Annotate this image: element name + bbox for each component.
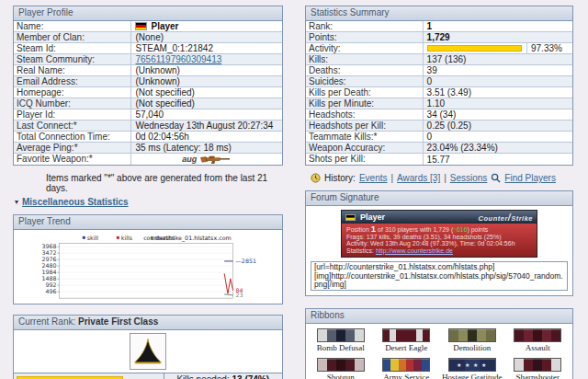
row-value: (None) xyxy=(131,32,282,42)
history-link-sessions[interactable]: Sessions xyxy=(450,173,488,183)
row-label: Player Id: xyxy=(14,109,131,120)
row-value: (Not specified) xyxy=(131,98,282,109)
left-column: Player Profile Name:PlayerMember of Clan… xyxy=(13,6,283,379)
disclosure-triangle-icon: ▾ xyxy=(15,198,18,206)
svg-text:counterstrike_01.hlstatsx.com: counterstrike_01.hlstatsx.com xyxy=(143,235,232,242)
signature-line2: Frags: 137 kills, 39 deaths (3.51), 34 h… xyxy=(346,234,532,241)
row-label: Shots per Kill: xyxy=(306,154,424,165)
forum-signature-title: Forum Signature xyxy=(306,191,572,206)
row-value: 0.25 (0.25) xyxy=(424,121,572,131)
row-label: Steam Community: xyxy=(14,54,131,64)
history-link-awards-3-[interactable]: Awards [3] xyxy=(397,173,440,183)
ribbon-item: Sharpshooter xyxy=(505,358,571,379)
svg-text:1984: 1984 xyxy=(41,269,56,275)
stats-row: Kills per Minute:1.10 xyxy=(306,98,572,109)
row-value: 137 (136) xyxy=(424,54,572,64)
activity-bar xyxy=(427,45,526,52)
stats-row: Suicides:0 xyxy=(306,76,572,87)
row-label: Headshots: xyxy=(306,109,424,120)
row-label: Member of Clan: xyxy=(14,32,131,42)
ribbon-item: Assault xyxy=(505,328,571,352)
profile-row: Average Ping:*35 ms (Latency: 18 ms) xyxy=(14,143,282,154)
profile-row: Steam Id:STEAM_0:1:21842 xyxy=(14,43,282,54)
separator: | xyxy=(390,173,393,183)
stats-row: Teammate Kills:*0 xyxy=(306,132,572,143)
stats-row: Kills:137 (136) xyxy=(306,54,572,65)
svg-text:992: 992 xyxy=(45,281,56,288)
player-profile-table: Name:PlayerMember of Clan:(None)Steam Id… xyxy=(14,21,282,165)
player-profile-title: Player Profile xyxy=(14,6,282,21)
forum-signature-body: Player Counter/Strike Position 1 of 310 … xyxy=(306,206,572,295)
find-players-link[interactable]: Find Players xyxy=(504,173,556,183)
row-value: 39 xyxy=(424,65,572,75)
row-label: Points: xyxy=(306,32,424,42)
history-links-row: History: Events|Awards [3]|SessionsFind … xyxy=(311,173,573,183)
row-value: 97.33% xyxy=(424,43,572,53)
activity-percent: 97.33% xyxy=(526,43,569,53)
right-column: Statistics Summary Rank:1Points:1,729Act… xyxy=(305,6,573,379)
ribbon-image xyxy=(317,328,365,342)
stats-row: Rank:1 xyxy=(306,21,572,32)
current-rank-title: Current Rank: Private First Class xyxy=(14,316,282,330)
ribbon-label: Army Service xyxy=(383,373,429,379)
row-value: 0 xyxy=(424,132,572,142)
german-flag-icon xyxy=(135,22,147,30)
row-value: (Not specified) xyxy=(131,87,282,98)
row-label: Name: xyxy=(14,21,131,31)
svg-text:3968: 3968 xyxy=(41,243,56,249)
row-value: STEAM_0:1:21842 xyxy=(131,43,282,53)
player-trend-title: Player Trend xyxy=(14,215,282,230)
row-value: 35 ms (Latency: 18 ms) xyxy=(131,143,282,153)
rank-progress-fill xyxy=(17,376,123,379)
misc-statistics-link[interactable]: Miscellaneous Statistics xyxy=(22,197,129,207)
signature-stats-link: http://www.counterstrike.de xyxy=(376,247,453,254)
row-value: 0 xyxy=(424,76,572,86)
row-label: Favorite Weapon:* xyxy=(14,154,131,165)
ribbon-image xyxy=(514,328,561,342)
ribbon-item: Desert Eagle xyxy=(374,328,440,352)
history-link-events[interactable]: Events xyxy=(359,173,388,183)
row-label: Suicides: xyxy=(306,76,424,86)
svg-text:1488: 1488 xyxy=(41,275,56,281)
row-label: Kills per Death: xyxy=(306,87,424,98)
statistics-summary-panel: Statistics Summary Rank:1Points:1,729Act… xyxy=(305,6,573,166)
svg-text:kills: kills xyxy=(121,235,132,241)
statistics-summary-title: Statistics Summary xyxy=(306,6,572,21)
stats-row: Activity:97.33% xyxy=(306,43,572,54)
ribbon-label: Desert Eagle xyxy=(385,343,427,352)
row-value: 15.77 xyxy=(424,155,572,165)
row-value: 23.04% (23.34%) xyxy=(424,143,572,153)
page: Player Profile Name:PlayerMember of Clan… xyxy=(0,0,588,379)
signature-line1: Position 1 of 310 players with 1,729 (↑6… xyxy=(346,225,532,234)
row-label: Homepage: xyxy=(14,87,131,98)
row-label: Steam Id: xyxy=(14,43,131,53)
ribbon-image xyxy=(382,328,430,342)
bbcode-textarea[interactable]: [url=http://counterstrike_01.hlstatsx.co… xyxy=(311,261,568,291)
ribbon-image xyxy=(382,358,430,372)
row-value: 76561197960309413 xyxy=(131,54,282,64)
row-label: Kills per Minute: xyxy=(306,98,424,109)
forum-signature-panel: Forum Signature Player Counter/Strike Po… xyxy=(305,190,573,296)
ribbon-label: Sharpshooter xyxy=(516,373,560,379)
kills-needed-text: Kills needed: 13 (74%) xyxy=(164,373,282,379)
brand-counter: Counter xyxy=(479,214,508,223)
stats-row: Kills per Death:3.51 (3.49) xyxy=(306,87,572,98)
svg-text:23: 23 xyxy=(236,292,243,298)
misc-statistics-row: ▾ Miscellaneous Statistics xyxy=(15,197,283,207)
row-label: Total Connection Time: xyxy=(14,132,131,142)
profile-row: Favorite Weapon:*aug xyxy=(14,154,282,165)
kills-needed-label: Kills needed: xyxy=(176,374,229,379)
weapon-aug-icon xyxy=(200,155,232,164)
ribbons-title: Ribbons xyxy=(306,309,572,324)
row-value: 57,040 xyxy=(131,109,282,120)
activity-bar-fill xyxy=(427,45,523,52)
row-label: ICQ Number: xyxy=(14,98,131,109)
current-rank-label: Current Rank: xyxy=(18,316,75,327)
stats-row: Deaths:39 xyxy=(306,65,572,76)
row-label: Average Ping:* xyxy=(14,143,131,153)
ribbon-item: Demolition xyxy=(439,328,505,352)
steam-community-link[interactable]: 76561197960309413 xyxy=(135,54,221,64)
row-value: (Unknown) xyxy=(131,76,282,86)
row-value: Player xyxy=(131,21,282,31)
favorite-weapon-name: aug xyxy=(182,155,197,165)
